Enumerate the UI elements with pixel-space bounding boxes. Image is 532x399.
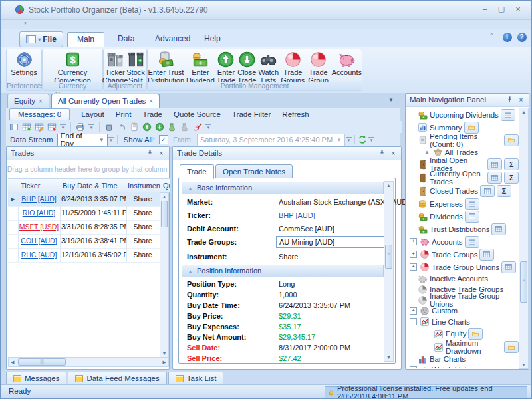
table-cell[interactable]: 3/31/2016 8:28:35 PM	[60, 220, 127, 235]
tab-open-trade-notes[interactable]: Open Trade Notes	[215, 164, 293, 179]
scroll-down-icon[interactable]: ▼	[160, 351, 168, 356]
collapse-icon[interactable]: ▲	[188, 269, 193, 275]
ticker-link[interactable]: BHP [AUD]	[21, 195, 56, 203]
table-cell[interactable]: Share	[125, 192, 161, 207]
info-icon[interactable]: i	[501, 32, 513, 43]
expand-icon[interactable]: +	[410, 238, 417, 245]
scroll-up-icon[interactable]: ▲	[384, 183, 393, 188]
menu-quote-source[interactable]: Quote Source	[174, 110, 221, 118]
nav-item-inactive-accounts[interactable]: Inactive Accounts	[407, 273, 519, 284]
close-button[interactable]: ×	[510, 5, 526, 15]
table-view-icon[interactable]	[480, 185, 495, 197]
report-icon[interactable]	[129, 122, 140, 132]
table-view-icon[interactable]	[479, 249, 494, 261]
flask-icon[interactable]	[167, 122, 178, 132]
menu-layout[interactable]: Layout	[81, 110, 104, 118]
nav-item-upcoming-dividends[interactable]: Upcoming Dividends	[407, 108, 519, 121]
watch-lists-button[interactable]: Watch Lists	[258, 51, 279, 84]
ticker-link[interactable]: MSFT [USD]	[19, 223, 59, 231]
toolbar-overflow-icon[interactable]: ▾	[205, 124, 211, 130]
tab-task-list[interactable]: Task List	[168, 372, 224, 384]
close-tab-icon[interactable]: ×	[149, 98, 153, 105]
collapse-icon[interactable]: ▲	[424, 149, 430, 155]
menu-refresh[interactable]: Refresh	[282, 110, 309, 118]
nav-item-line-charts[interactable]: −Line Charts	[407, 316, 519, 327]
expand-icon[interactable]: +	[410, 366, 417, 368]
column-header-ticker[interactable]: Ticker	[18, 178, 63, 193]
resize-grip[interactable]: ∴	[527, 396, 529, 398]
open-trade-icon[interactable]	[142, 122, 152, 132]
folder-icon[interactable]	[468, 328, 483, 340]
scroll-down-icon[interactable]: ▼	[519, 362, 528, 367]
scrollbar-thumb[interactable]	[161, 201, 168, 227]
table-cell[interactable]: RHC [AUD]	[18, 248, 61, 263]
table-edit-icon[interactable]	[34, 122, 45, 132]
nav-item-inactive-trade-group-unions[interactable]: Inactive Trade Group Unions	[407, 295, 519, 305]
ticker-link[interactable]: COH [AUD]	[21, 237, 57, 245]
ticker-link[interactable]: BHP [AUD]	[279, 211, 315, 219]
menu-print[interactable]: Print	[116, 110, 132, 118]
table-cell[interactable]: 3/19/2016 3:38:41 PM	[60, 234, 127, 249]
panel-layout-icon[interactable]	[9, 122, 19, 132]
toolbar-overflow-icon[interactable]: ▾	[346, 137, 352, 143]
details-vertical-scrollbar[interactable]: ▲ ≡ ▼	[384, 181, 394, 362]
nav-item-closed-trades[interactable]: Closed TradesΣ	[407, 184, 519, 198]
ticker-link[interactable]: RIO [AUD]	[23, 209, 56, 217]
nav-item-watch-lists[interactable]: +Watch Lists	[407, 364, 519, 368]
table-cell[interactable]: MSFT [USD]	[18, 220, 61, 235]
sigma-icon[interactable]: Σ	[504, 158, 519, 170]
table-view-icon[interactable]	[501, 109, 515, 121]
maximize-button[interactable]: ▢	[493, 5, 509, 15]
table-cell[interactable]: RIO [AUD]	[18, 206, 61, 221]
table-view-icon[interactable]	[465, 211, 479, 223]
section-position-information[interactable]: ▲Position Information	[182, 265, 384, 277]
tab-messages[interactable]: Messages	[6, 372, 66, 384]
table-cell[interactable]: Share	[125, 234, 161, 249]
from-date-input[interactable]: Saturday, 3 September 2016 4:25:40 PM ▼	[197, 134, 345, 146]
table-cell[interactable]: 6/24/2013 3:35:07 PM	[60, 192, 127, 207]
nav-vertical-scrollbar[interactable]: ▲ ≡ ▼	[519, 108, 529, 369]
table-cell[interactable]: COH [AUD]	[18, 234, 61, 249]
trades-vertical-scrollbar[interactable]: ▲ ▼	[160, 192, 169, 358]
nav-item-maximum-drawdown[interactable]: Maximum Drawdown	[407, 340, 519, 354]
tab-trade[interactable]: Trade	[180, 164, 214, 179]
table-delete-icon[interactable]	[47, 122, 57, 132]
stock-split-button[interactable]: Stock Split	[126, 51, 145, 84]
menu-trade-filter[interactable]: Trade Filter	[232, 110, 271, 118]
table-cell[interactable]: 11/25/2009 1:45:11 PM	[60, 206, 127, 221]
trash-icon[interactable]	[104, 122, 114, 132]
flask-gray-icon[interactable]	[180, 122, 190, 132]
table-view-icon[interactable]	[487, 158, 502, 170]
settings-button[interactable]: Settings	[11, 51, 37, 77]
trade-groups-input[interactable]: AU Mining [AUD]	[276, 236, 392, 248]
refresh-icon[interactable]	[357, 135, 368, 145]
table-cell[interactable]: BHP [AUD]	[18, 192, 61, 207]
sigma-icon[interactable]: Σ	[497, 185, 511, 197]
trade-groups-button[interactable]: Trade Groups	[281, 51, 305, 84]
undo-icon[interactable]	[116, 122, 127, 132]
ribbon-tab-data[interactable]: Data	[108, 32, 144, 46]
toolbar-overflow-icon[interactable]: ▾	[60, 124, 66, 130]
folder-icon[interactable]	[504, 341, 519, 353]
folder-icon[interactable]	[504, 134, 519, 146]
close-tab-icon[interactable]: ×	[39, 98, 43, 105]
messages-button[interactable]: Messages: 0	[9, 108, 70, 120]
column-header-instrument[interactable]: Instrument	[125, 178, 163, 193]
tab-data-feed-messages[interactable]: Data Feed Messages	[68, 372, 166, 384]
whip-icon[interactable]	[192, 122, 203, 132]
accounts-button[interactable]: Accounts	[332, 51, 362, 77]
quick-access-toolbar-dropdown-icon[interactable]: ▾	[21, 21, 30, 27]
tab-equity[interactable]: Equity×	[7, 94, 49, 108]
file-menu-button[interactable]: ▾ File	[19, 31, 63, 47]
toolbar-overflow-icon[interactable]: ▾	[368, 137, 374, 143]
ribbon-tab-main[interactable]: Main	[67, 32, 104, 47]
table-view-icon[interactable]	[487, 172, 502, 184]
nav-item-bar-charts[interactable]: Bar Charts	[407, 354, 519, 364]
ticker-link[interactable]: RHC [AUD]	[21, 251, 57, 259]
trades-horizontal-scrollbar[interactable]: ◀ ||| ▶	[8, 357, 169, 367]
expand-icon[interactable]: +	[410, 263, 417, 271]
table-view-icon[interactable]	[491, 223, 506, 235]
close-panel-icon[interactable]: ×	[389, 149, 398, 158]
table-cell[interactable]: Share	[125, 220, 161, 235]
column-header-quantity[interactable]: Qu	[160, 178, 170, 193]
